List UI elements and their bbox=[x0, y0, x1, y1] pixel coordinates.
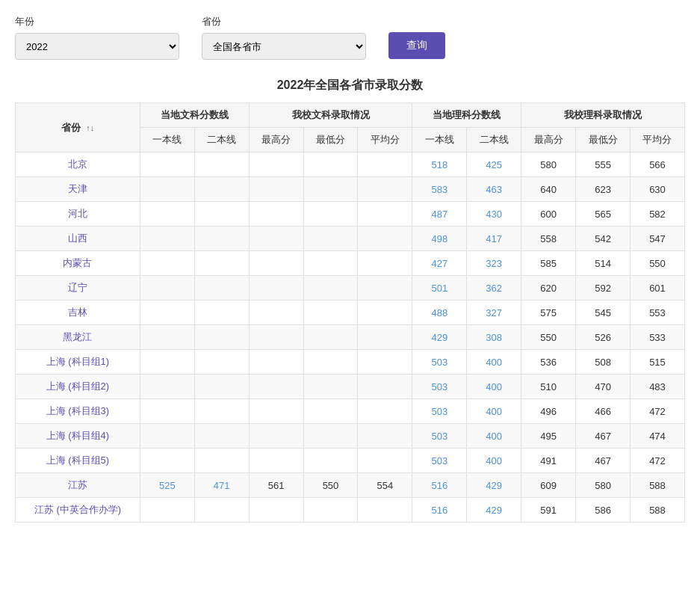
w_min-cell: 550 bbox=[303, 473, 358, 498]
w_max-cell bbox=[249, 498, 303, 523]
w_avg-cell bbox=[358, 375, 412, 399]
l_max-cell: 491 bbox=[521, 449, 576, 473]
province-cell[interactable]: 辽宁 bbox=[16, 276, 140, 301]
l_min-cell: 508 bbox=[576, 350, 631, 375]
w_avg-cell bbox=[358, 153, 412, 177]
l_min-cell: 623 bbox=[576, 177, 631, 202]
l_max-cell: 495 bbox=[521, 424, 576, 449]
filter-bar: 年份 2022 省份 全国各省市 查询 bbox=[15, 15, 685, 60]
table-row: 天津583463640623630 bbox=[16, 177, 685, 202]
w_yiben-cell bbox=[140, 498, 194, 523]
province-cell[interactable]: 上海 (科目组3) bbox=[16, 399, 140, 424]
province-cell[interactable]: 山西 bbox=[16, 227, 140, 251]
w_avg-cell bbox=[358, 449, 412, 473]
w_min-cell bbox=[303, 276, 358, 301]
year-select[interactable]: 2022 bbox=[15, 33, 179, 60]
l_avg-cell: 472 bbox=[630, 399, 684, 424]
table-row: 河北487430600565582 bbox=[16, 202, 685, 227]
province-cell[interactable]: 内蒙古 bbox=[16, 251, 140, 276]
l_min-cell: 555 bbox=[576, 153, 631, 177]
province-cell[interactable]: 江苏 (中英合作办学) bbox=[16, 498, 140, 523]
w_erben-cell bbox=[194, 202, 249, 227]
wenke-local-header: 当地文科分数线 bbox=[140, 103, 249, 128]
l_max-cell: 550 bbox=[521, 325, 576, 350]
score-table: 省份 ↑↓ 当地文科分数线 我校文科录取情况 当地理科分数线 我校理科录取情况 … bbox=[15, 102, 685, 523]
province-cell[interactable]: 黑龙江 bbox=[16, 325, 140, 350]
table-row: 黑龙江429308550526533 bbox=[16, 325, 685, 350]
w_avg-cell bbox=[358, 325, 412, 350]
l_max-cell: 600 bbox=[521, 202, 576, 227]
table-row: 江苏525471561550554516429609580588 bbox=[16, 473, 685, 498]
w_yiben-cell: 525 bbox=[140, 473, 194, 498]
province-cell[interactable]: 上海 (科目组4) bbox=[16, 424, 140, 449]
w_avg-cell bbox=[358, 276, 412, 301]
l_max-cell: 591 bbox=[521, 498, 576, 523]
l_yiben-cell: 501 bbox=[412, 276, 467, 301]
query-button[interactable]: 查询 bbox=[388, 32, 445, 59]
province-cell[interactable]: 天津 bbox=[16, 177, 140, 202]
w_max-cell bbox=[249, 399, 303, 424]
l_avg-cell: 550 bbox=[630, 251, 684, 276]
l_yiben-cell: 488 bbox=[412, 301, 467, 325]
wenke-school-header: 我校文科录取情况 bbox=[249, 103, 412, 128]
w_erben-cell bbox=[194, 276, 249, 301]
l_yiben-cell: 427 bbox=[412, 251, 467, 276]
l_max-cell: 496 bbox=[521, 399, 576, 424]
table-row: 北京518425580555566 bbox=[16, 153, 685, 177]
w_min-cell bbox=[303, 350, 358, 375]
l_avg-cell: 533 bbox=[630, 325, 684, 350]
w_avg-cell bbox=[358, 202, 412, 227]
table-row: 上海 (科目组1)503400536508515 bbox=[16, 350, 685, 375]
w_max-cell: 561 bbox=[249, 473, 303, 498]
l_avg-cell: 566 bbox=[630, 153, 684, 177]
l_min-cell: 467 bbox=[576, 424, 631, 449]
w_max-cell bbox=[249, 424, 303, 449]
l_erben-cell: 400 bbox=[467, 399, 521, 424]
l_min-cell: 542 bbox=[576, 227, 631, 251]
w_yiben-cell bbox=[140, 350, 194, 375]
province-cell[interactable]: 河北 bbox=[16, 202, 140, 227]
w_min-cell bbox=[303, 399, 358, 424]
like-school-header: 我校理科录取情况 bbox=[521, 103, 685, 128]
l_min-cell: 514 bbox=[576, 251, 631, 276]
w_erben-cell bbox=[194, 350, 249, 375]
table-row: 辽宁501362620592601 bbox=[16, 276, 685, 301]
l_min-cell: 592 bbox=[576, 276, 631, 301]
l-yiben-header: 一本线 bbox=[412, 128, 467, 153]
province-cell[interactable]: 上海 (科目组1) bbox=[16, 350, 140, 375]
table-row: 上海 (科目组2)503400510470483 bbox=[16, 375, 685, 399]
w_yiben-cell bbox=[140, 301, 194, 325]
l_min-cell: 580 bbox=[576, 473, 631, 498]
province-cell[interactable]: 上海 (科目组5) bbox=[16, 449, 140, 473]
province-cell[interactable]: 江苏 bbox=[16, 473, 140, 498]
l_max-cell: 609 bbox=[521, 473, 576, 498]
province-select[interactable]: 全国各省市 bbox=[202, 33, 366, 60]
l_avg-cell: 474 bbox=[630, 424, 684, 449]
l_erben-cell: 400 bbox=[467, 350, 521, 375]
w_min-cell bbox=[303, 325, 358, 350]
w_min-cell bbox=[303, 301, 358, 325]
l_avg-cell: 582 bbox=[630, 202, 684, 227]
w_max-cell bbox=[249, 177, 303, 202]
province-cell[interactable]: 吉林 bbox=[16, 301, 140, 325]
w_min-cell bbox=[303, 177, 358, 202]
l_erben-cell: 400 bbox=[467, 424, 521, 449]
w_yiben-cell bbox=[140, 276, 194, 301]
sort-icon[interactable]: ↑↓ bbox=[86, 123, 94, 132]
w_yiben-cell bbox=[140, 375, 194, 399]
table-title: 2022年全国各省市录取分数 bbox=[15, 78, 685, 93]
l-max-header: 最高分 bbox=[521, 128, 576, 153]
w_min-cell bbox=[303, 153, 358, 177]
l_min-cell: 470 bbox=[576, 375, 631, 399]
l_avg-cell: 588 bbox=[630, 498, 684, 523]
l_min-cell: 565 bbox=[576, 202, 631, 227]
province-cell[interactable]: 上海 (科目组2) bbox=[16, 375, 140, 399]
w_erben-cell: 471 bbox=[194, 473, 249, 498]
w_erben-cell bbox=[194, 177, 249, 202]
l_avg-cell: 601 bbox=[630, 276, 684, 301]
l_erben-cell: 400 bbox=[467, 375, 521, 399]
province-cell[interactable]: 北京 bbox=[16, 153, 140, 177]
w_avg-cell bbox=[358, 424, 412, 449]
l_erben-cell: 430 bbox=[467, 202, 521, 227]
l_yiben-cell: 503 bbox=[412, 449, 467, 473]
